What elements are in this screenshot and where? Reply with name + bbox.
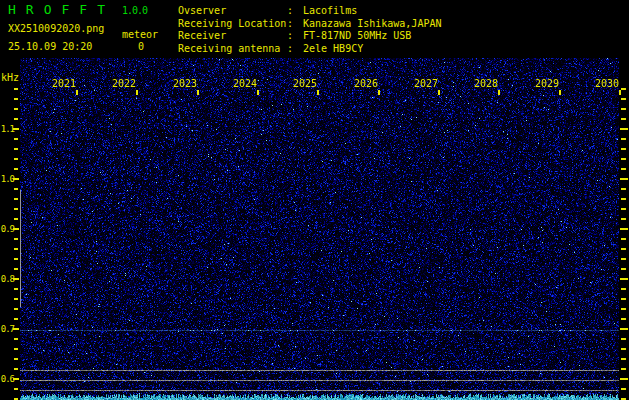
freq-minor-tick-right <box>621 88 626 90</box>
freq-major-tick <box>13 228 19 230</box>
info-row: Receiving antenna:2ele HB9CY <box>178 43 441 56</box>
freq-major-tick <box>13 178 19 180</box>
freq-label: 1.0 <box>0 175 14 184</box>
frequency-axis-unit: kHz <box>1 72 19 83</box>
freq-minor-tick-right <box>621 98 626 100</box>
info-value: Lacofilms <box>303 5 357 16</box>
freq-minor-tick-right <box>621 318 626 320</box>
freq-minor-tick <box>14 198 18 200</box>
freq-minor-tick-right <box>621 248 626 250</box>
freq-minor-tick <box>14 248 18 250</box>
time-label: 2024 <box>231 79 257 89</box>
freq-minor-tick-right <box>621 298 626 300</box>
freq-minor-tick-right <box>621 238 626 240</box>
hrofft-window: HROFFT 1.0.0 XX2510092020.png meteor 25.… <box>0 0 629 400</box>
freq-minor-tick-right <box>621 188 626 190</box>
info-value: 2ele HB9CY <box>303 43 363 54</box>
info-colon: : <box>287 30 303 41</box>
freq-minor-tick <box>14 148 18 150</box>
freq-minor-tick-right <box>621 218 626 220</box>
version-label: 1.0.0 <box>122 5 147 16</box>
time-label: 2025 <box>291 79 317 89</box>
time-tick <box>257 90 259 95</box>
freq-label: 1.1 <box>0 125 14 134</box>
freq-label: 0.9 <box>0 225 14 234</box>
time-label: 2026 <box>352 79 378 89</box>
freq-minor-tick-right <box>621 208 626 210</box>
app-title: HROFFT <box>8 3 115 16</box>
freq-minor-tick <box>14 268 18 270</box>
time-label: 2022 <box>110 79 136 89</box>
time-tick <box>317 90 319 95</box>
freq-minor-tick-right <box>621 268 626 270</box>
time-label: 2029 <box>533 79 559 89</box>
time-tick <box>136 90 138 95</box>
time-tick <box>619 90 621 95</box>
freq-label: 0.6 <box>0 375 14 384</box>
info-label: Receiving Location <box>178 18 287 29</box>
freq-minor-tick <box>14 258 18 260</box>
freq-major-tick <box>13 278 19 280</box>
freq-major-tick-right <box>620 278 628 280</box>
freq-major-tick-right <box>620 378 628 380</box>
info-colon: : <box>287 5 303 16</box>
freq-minor-tick <box>14 288 18 290</box>
freq-minor-tick-right <box>621 368 626 370</box>
info-label: Receiving antenna <box>178 43 287 54</box>
freq-minor-tick <box>14 208 18 210</box>
time-tick <box>438 90 440 95</box>
info-value: Kanazawa Ishikawa,JAPAN <box>303 18 441 29</box>
freq-minor-tick-right <box>621 358 626 360</box>
freq-minor-tick-right <box>621 158 626 160</box>
freq-major-tick-right <box>620 128 628 130</box>
freq-minor-tick <box>14 388 18 390</box>
freq-major-tick-right <box>620 178 628 180</box>
freq-minor-tick-right <box>621 288 626 290</box>
mode-label: meteor <box>122 29 158 40</box>
info-value: FT-817ND 50MHz USB <box>303 30 411 41</box>
freq-minor-tick <box>14 158 18 160</box>
info-label: Ovserver <box>178 5 287 16</box>
freq-minor-tick <box>14 108 18 110</box>
freq-minor-tick-right <box>621 198 626 200</box>
meteor-count: 0 <box>138 41 144 52</box>
time-tick <box>498 90 500 95</box>
freq-major-tick <box>13 378 19 380</box>
freq-minor-tick <box>14 218 18 220</box>
freq-minor-tick-right <box>621 118 626 120</box>
freq-minor-tick-right <box>621 338 626 340</box>
freq-minor-tick-right <box>621 348 626 350</box>
freq-minor-tick <box>14 138 18 140</box>
freq-minor-tick <box>14 348 18 350</box>
time-tick <box>559 90 561 95</box>
freq-major-tick <box>13 328 19 330</box>
time-tick <box>197 90 199 95</box>
time-tick <box>76 90 78 95</box>
time-label: 2027 <box>412 79 438 89</box>
freq-minor-tick-right <box>621 168 626 170</box>
freq-minor-tick <box>14 98 18 100</box>
spectrogram-canvas <box>20 58 619 400</box>
freq-major-tick-right <box>620 228 628 230</box>
freq-minor-tick <box>14 118 18 120</box>
freq-minor-tick-right <box>621 108 626 110</box>
info-row: Ovserver:Lacofilms <box>178 5 441 18</box>
info-colon: : <box>287 43 303 54</box>
freq-minor-tick <box>14 238 18 240</box>
freq-minor-tick-right <box>621 148 626 150</box>
time-label: 2030 <box>593 79 619 89</box>
freq-minor-tick <box>14 318 18 320</box>
freq-minor-tick <box>14 368 18 370</box>
time-label: 2023 <box>171 79 197 89</box>
freq-minor-tick <box>14 168 18 170</box>
freq-minor-tick <box>14 188 18 190</box>
time-label: 2021 <box>50 79 76 89</box>
datetime-label: 25.10.09 20:20 <box>8 41 92 52</box>
freq-minor-tick-right <box>621 138 626 140</box>
info-colon: : <box>287 18 303 29</box>
time-label: 2028 <box>472 79 498 89</box>
freq-minor-tick-right <box>621 308 626 310</box>
freq-label: 0.8 <box>0 275 14 284</box>
freq-major-tick-right <box>620 328 628 330</box>
filename-label: XX2510092020.png <box>8 23 104 34</box>
